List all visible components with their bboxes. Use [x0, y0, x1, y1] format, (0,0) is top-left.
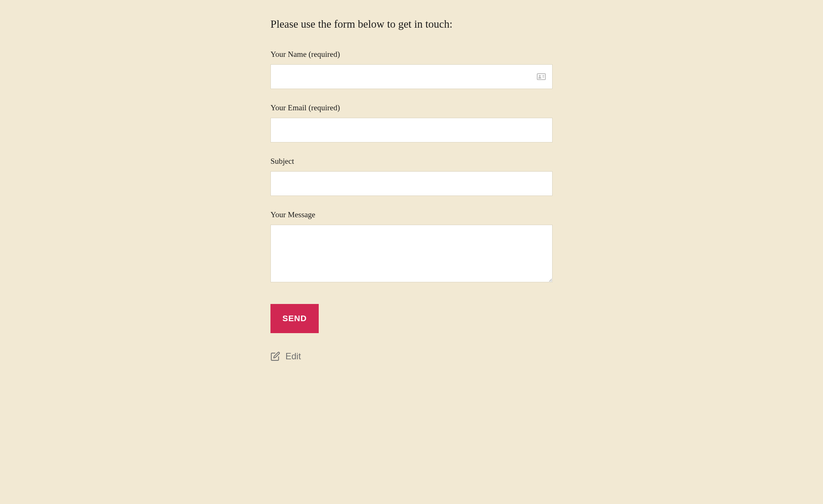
message-textarea[interactable] — [270, 225, 553, 282]
name-input-wrapper — [270, 64, 553, 89]
edit-label: Edit — [285, 351, 301, 362]
send-button[interactable]: SEND — [270, 304, 319, 333]
subject-field-group: Subject — [270, 157, 553, 196]
name-input[interactable] — [270, 64, 553, 89]
subject-label: Subject — [270, 157, 553, 166]
intro-text: Please use the form below to get in touc… — [270, 18, 553, 30]
pencil-square-icon — [270, 351, 280, 361]
name-field-group: Your Name (required) — [270, 50, 553, 89]
contact-form-container: Please use the form below to get in touc… — [270, 0, 553, 378]
edit-link[interactable]: Edit — [270, 351, 301, 362]
name-label: Your Name (required) — [270, 50, 553, 59]
email-input[interactable] — [270, 118, 553, 142]
message-label: Your Message — [270, 210, 553, 219]
subject-input[interactable] — [270, 171, 553, 196]
email-field-group: Your Email (required) — [270, 103, 553, 142]
contact-form: Your Name (required) Your Email (require… — [270, 50, 553, 351]
email-label: Your Email (required) — [270, 103, 553, 113]
message-field-group: Your Message — [270, 210, 553, 284]
